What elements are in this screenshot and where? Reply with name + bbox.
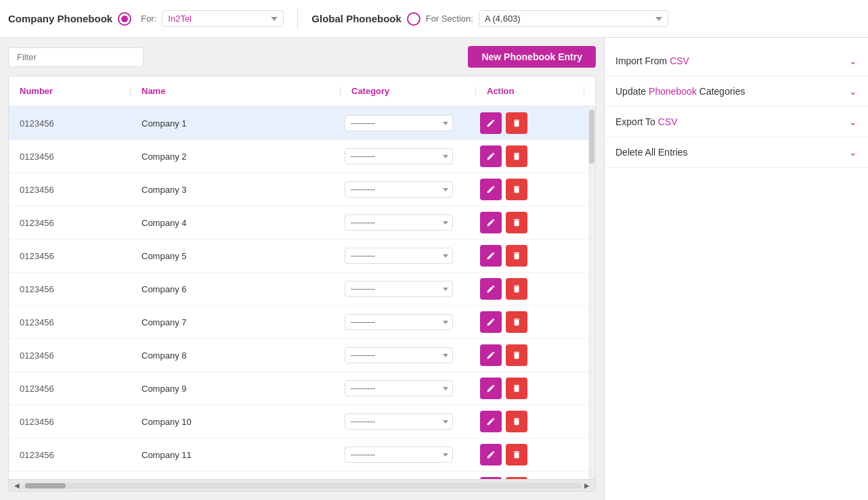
category-select[interactable]: --------- (345, 148, 453, 164)
table-row: 0123456 Company 7 --------- (9, 306, 588, 339)
category-select[interactable]: --------- (345, 380, 453, 396)
scroll-handle[interactable] (589, 110, 594, 164)
cell-action (469, 107, 578, 139)
chevron-down-icon: ⌄ (849, 116, 857, 127)
right-panel-item[interactable]: Export To CSV⌄ (605, 107, 868, 137)
filter-input[interactable] (8, 47, 144, 67)
category-select[interactable]: --------- (345, 214, 453, 231)
action-buttons (480, 212, 567, 233)
right-panel-item[interactable]: Update Phonebook Categories⌄ (605, 76, 868, 107)
table-row: 0123456 Company 11 --------- (9, 438, 588, 472)
cell-category[interactable]: --------- (334, 275, 469, 302)
edit-button[interactable] (480, 411, 502, 432)
cell-name: Company 9 (131, 378, 334, 399)
edit-button[interactable] (480, 179, 502, 200)
scroll-left-arrow[interactable]: ◀ (12, 480, 22, 491)
cell-action (469, 438, 578, 471)
action-buttons (480, 179, 567, 200)
cell-number: 0123456 (9, 445, 131, 465)
col-category: Category (341, 83, 476, 99)
main-content: New Phonebook Entry Number Name Category… (0, 38, 868, 500)
edit-button[interactable] (480, 378, 502, 399)
delete-button[interactable] (506, 444, 527, 465)
table-row: 0123456 Company 10 --------- (9, 405, 588, 438)
category-select[interactable]: --------- (345, 248, 453, 264)
table-row: 0123456 Company 9 --------- (9, 372, 588, 405)
for-select[interactable]: In2Tel (162, 10, 284, 27)
global-phonebook-radio[interactable] (407, 12, 420, 26)
cell-category[interactable]: --------- (334, 110, 469, 137)
category-select[interactable]: --------- (345, 281, 453, 297)
company-phonebook-radio[interactable] (118, 12, 131, 26)
delete-button[interactable] (506, 245, 527, 267)
header-divider (297, 8, 298, 30)
cell-category[interactable]: --------- (334, 375, 469, 402)
action-buttons (480, 112, 567, 134)
edit-button[interactable] (480, 145, 502, 167)
chevron-down-icon: ⌄ (849, 147, 857, 158)
delete-button[interactable] (506, 278, 527, 300)
cell-name: Company 1 (131, 113, 334, 134)
edit-button[interactable] (480, 311, 502, 333)
action-buttons (480, 411, 567, 432)
horizontal-scrollbar[interactable]: ◀ ▶ (9, 479, 595, 491)
edit-button[interactable] (480, 212, 502, 233)
cell-category[interactable]: --------- (334, 474, 469, 479)
category-select[interactable]: --------- (345, 314, 453, 330)
cell-category[interactable]: --------- (334, 441, 469, 468)
category-select[interactable]: --------- (345, 447, 453, 463)
cell-category[interactable]: --------- (334, 342, 469, 369)
cell-action (469, 240, 578, 272)
delete-button[interactable] (506, 145, 527, 167)
right-panel-item[interactable]: Delete All Entries⌄ (605, 137, 868, 168)
edit-button[interactable] (480, 444, 502, 465)
chevron-down-icon: ⌄ (849, 55, 857, 66)
cell-action (469, 472, 578, 479)
cell-action (469, 372, 578, 405)
cell-number: 0123456 (9, 312, 131, 333)
cell-name: Company 3 (131, 179, 334, 200)
vertical-scrollbar[interactable] (588, 107, 595, 479)
delete-button[interactable] (506, 378, 527, 399)
right-panel-item[interactable]: Import From CSV⌄ (605, 46, 868, 76)
right-item-label: Export To CSV (615, 116, 678, 127)
scroll-h-handle[interactable] (25, 483, 66, 488)
cell-category[interactable]: --------- (334, 176, 469, 203)
table-body: 0123456 Company 1 --------- 0123456 Comp… (9, 107, 588, 479)
scroll-right-arrow[interactable]: ▶ (582, 480, 592, 491)
delete-button[interactable] (506, 411, 527, 432)
cell-action (469, 405, 578, 438)
cell-category[interactable]: --------- (334, 242, 469, 269)
edit-button[interactable] (480, 245, 502, 267)
cell-category[interactable]: --------- (334, 309, 469, 336)
cell-category[interactable]: --------- (334, 143, 469, 170)
table-row: 0123456 Company 6 --------- (9, 273, 588, 306)
cell-number: 0123456 (9, 146, 131, 167)
delete-button[interactable] (506, 344, 527, 366)
delete-button[interactable] (506, 179, 527, 200)
action-buttons (480, 444, 567, 465)
table-row: 0123456 Company 5 --------- (9, 240, 588, 273)
edit-button[interactable] (480, 344, 502, 366)
category-select[interactable]: --------- (345, 181, 453, 198)
edit-button[interactable] (480, 278, 502, 300)
action-buttons (480, 344, 567, 366)
cell-name: Company 11 (131, 445, 334, 465)
action-buttons (480, 145, 567, 167)
edit-button[interactable] (480, 112, 502, 134)
cell-category[interactable]: --------- (334, 209, 469, 236)
section-select[interactable]: A (4,603) (479, 10, 668, 27)
table-header: Number Name Category Action (9, 76, 595, 107)
table-row: 0123456 Company 1 --------- (9, 107, 588, 140)
category-select[interactable]: --------- (345, 115, 453, 131)
delete-button[interactable] (506, 112, 527, 134)
cell-action (469, 173, 578, 206)
cell-action (469, 206, 578, 239)
new-entry-button[interactable]: New Phonebook Entry (468, 46, 596, 68)
cell-number: 0123456 (9, 345, 131, 366)
category-select[interactable]: --------- (345, 347, 453, 363)
cell-category[interactable]: --------- (334, 408, 469, 435)
delete-button[interactable] (506, 311, 527, 333)
delete-button[interactable] (506, 212, 527, 233)
category-select[interactable]: --------- (345, 413, 453, 430)
